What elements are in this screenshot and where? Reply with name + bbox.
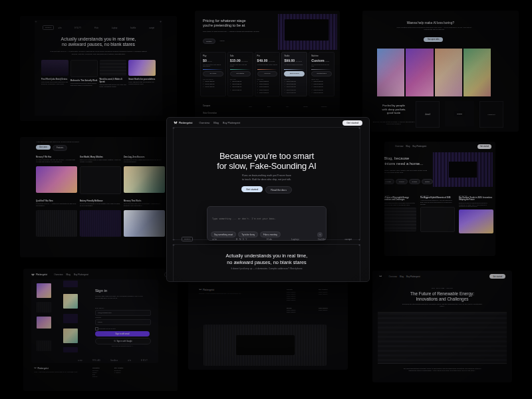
brand[interactable]: Flattergeist	[174, 121, 192, 124]
footer-link[interactable]: [object Object]	[319, 309, 348, 311]
nav-link[interactable]: Buy Flattergeist	[223, 122, 240, 124]
tier-name: Pro	[257, 55, 278, 57]
brand[interactable]	[379, 275, 382, 278]
nav-link[interactable]: Overview	[54, 273, 63, 276]
footer-link[interactable]: [object Object]	[287, 293, 316, 295]
feature-card[interactable]: Word-for-word, It Makes It Speak Transcr…	[100, 60, 127, 88]
footer-brand: Flattergeist	[34, 367, 78, 370]
nav-link[interactable]: Blog	[406, 145, 410, 148]
pricing-tier-card: Play $0 / forever For poking at the robo…	[200, 52, 226, 96]
brand[interactable]: Flattergeist	[31, 273, 47, 277]
prompt-input[interactable]	[211, 217, 325, 221]
get-started-button[interactable]: Get started	[342, 120, 362, 126]
post-excerpt: A look at the noisy backlog of AI co-pil…	[420, 200, 455, 205]
footer-link[interactable]: [object Object]	[287, 291, 316, 293]
use-case-card[interactable]: Memory? We Haz Key dates, that fridge hi…	[36, 156, 77, 194]
use-case-thumbnail	[80, 166, 121, 194]
use-case-card[interactable]: Memory That Works Not a wheezing data ce…	[124, 200, 165, 237]
tab-use-cases[interactable]: Use cases	[36, 145, 51, 150]
compare-column-label: Studio	[297, 106, 315, 107]
get-started-button[interactable]: Get started	[489, 274, 505, 279]
feature-card-description: Transcription that keeps every tone and …	[100, 84, 127, 88]
billing-monthly-button[interactable]: Monthly	[203, 39, 215, 44]
panel-careers: Wanna help make AI less boring? We're cr…	[362, 11, 519, 132]
footer-link[interactable]: [object Object]	[287, 297, 316, 299]
tier-cta-button[interactable]: Start building	[284, 71, 305, 77]
article-subtitle: Exploring the latest advancements in ren…	[402, 303, 482, 308]
mosaic-tile	[37, 302, 51, 313]
blog-filter-pill[interactable]: Guides	[409, 179, 420, 184]
blog-post-card[interactable]: May 6, 2025 The Future of Renewable Ener…	[384, 195, 416, 233]
sign-in-google-button[interactable]: G Sign in with Google	[95, 338, 151, 344]
tab-features[interactable]: Features	[53, 145, 67, 151]
nav-link[interactable]: Blog	[213, 122, 219, 124]
email-field[interactable]: you@example.com	[95, 310, 151, 316]
blog-post-card[interactable]: May 18, 2025 The Biggest Hybrid Moments …	[420, 195, 455, 233]
billing-annual-button[interactable]: Annual	[217, 39, 227, 43]
tier-cta-button[interactable]: Contact sales	[311, 71, 332, 77]
footer-link[interactable]: [object Object]	[287, 309, 316, 311]
get-started-button[interactable]: Get started	[477, 144, 491, 149]
use-case-thumbnail	[80, 210, 121, 237]
tier-cta-button[interactable]: Get started	[230, 71, 251, 77]
nav-link[interactable]: Buy Flattergeist	[406, 275, 420, 278]
feature-card[interactable]: Mathworks That Actually Work Mind-bendin…	[70, 60, 98, 88]
tier-feature-item: ✓[object Object]	[257, 83, 278, 85]
footer-link[interactable]: Blog	[92, 374, 100, 375]
check-icon: ✓	[203, 86, 204, 88]
blog-filter-pill[interactable]: All posts	[384, 179, 394, 184]
check-icon: ✓	[311, 80, 313, 82]
nav-link[interactable]: Blog	[66, 273, 70, 276]
use-case-card[interactable]: One Model, Many Glitches Sales, fix-it-y…	[80, 156, 121, 194]
footer-link[interactable]: Overview	[92, 370, 100, 371]
footer-link[interactable]: Newsletter	[114, 370, 124, 371]
showcase-collage: + + Sandbox ai'mE N V YH deLaptopfsuhfie…	[0, 0, 532, 399]
footer-link[interactable]: Careers	[92, 376, 100, 377]
nav-link[interactable]: Overview	[199, 122, 209, 124]
checkbox[interactable]	[95, 327, 98, 331]
remember-me-row[interactable]: Remember me for 30 days	[95, 327, 116, 331]
footer-link[interactable]: Pricing	[92, 372, 100, 373]
footer-link[interactable]: [object Object]	[287, 311, 316, 313]
footer-link[interactable]: X (Twitter)	[114, 372, 124, 373]
check-icon: ✓	[284, 80, 285, 82]
brand-name: Flattergeist	[179, 122, 192, 124]
use-case-title: Qualified? But New	[36, 200, 77, 202]
tier-cta-button[interactable]: Try it free	[203, 71, 223, 77]
post-thumbnail	[384, 207, 416, 231]
check-icon: ✓	[230, 83, 231, 85]
password-field[interactable]: ••••••••	[95, 319, 151, 325]
wordmark-screen	[236, 335, 295, 355]
use-case-description: Sales, fix-it-yourself pilots, in-game s…	[80, 159, 121, 165]
tier-cta-button[interactable]: Level up	[257, 71, 278, 77]
sign-up-link[interactable]: Don't have an account? Sign up →	[95, 345, 150, 346]
blog-filter-pill[interactable]: Product	[396, 179, 408, 184]
nav-link[interactable]: Overview	[389, 275, 398, 278]
careers-cta-button[interactable]: See open roles	[424, 37, 443, 42]
nav-link[interactable]: Blog	[400, 275, 404, 278]
read-docs-button[interactable]: Read the docs	[265, 186, 292, 194]
butterfly-logo-icon	[199, 289, 202, 291]
nav-link[interactable]: Overview	[395, 145, 404, 148]
nav-link[interactable]: Buy Flattergeist	[74, 273, 88, 276]
nav-link[interactable]: Buy Flattergeist	[413, 145, 427, 148]
use-case-card[interactable]: Qualified? But New It interprets on the …	[36, 200, 77, 237]
use-case-card[interactable]: Zero Lag, Zero Excuses Feedback in real …	[124, 156, 165, 194]
sign-in-email-button[interactable]: Sign in with email	[95, 331, 150, 336]
footer-link[interactable]: [object Object]	[319, 291, 348, 293]
customer-logo: H de	[267, 238, 272, 241]
blog-post-card[interactable]: May 26, 2025 Key Fashion Trends in 2025:…	[459, 195, 493, 233]
hero-get-started-button[interactable]: Get started	[241, 186, 263, 192]
use-case-card[interactable]: Battery Friendly Brilliance Real life do…	[80, 200, 121, 237]
nav-links: OverviewBlogBuy Flattergeist	[199, 122, 244, 124]
feature-card[interactable]: Smart Hotels for your address From '42B-…	[128, 60, 156, 88]
feature-card[interactable]: Final Week (aka Brain) Drains More thing…	[41, 60, 68, 88]
use-case-cards: Memory? We Haz Key dates, that fridge hi…	[36, 156, 168, 237]
customer-logo: ai'm	[58, 27, 61, 29]
blog-filter-pill[interactable]: Culture	[422, 179, 433, 184]
footer-link[interactable]: [object Object]	[287, 299, 316, 301]
footer-link[interactable]: [object Object]	[287, 295, 316, 297]
check-icon: ✓	[230, 89, 231, 91]
post-excerpt: The latest advancements in renewable ene…	[384, 202, 416, 206]
footer-link[interactable]: [object Object]	[319, 293, 348, 295]
